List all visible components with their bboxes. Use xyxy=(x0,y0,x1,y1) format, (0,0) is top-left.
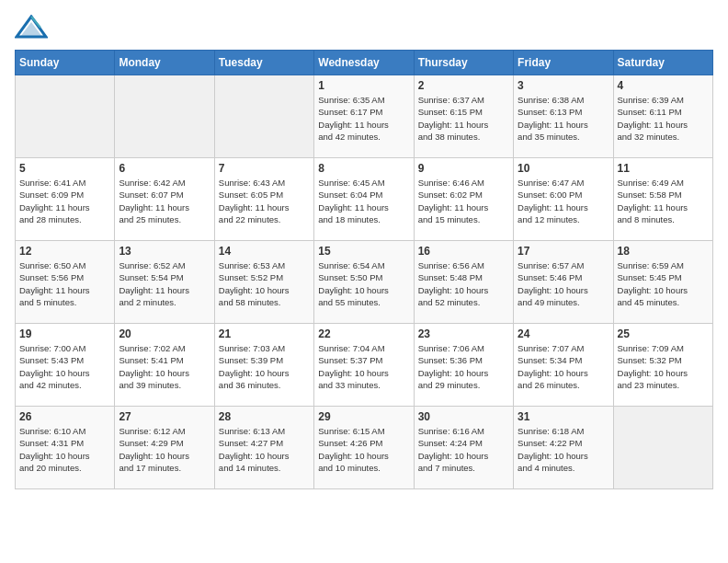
day-info: Sunrise: 7:03 AM Sunset: 5:39 PM Dayligh… xyxy=(219,342,310,391)
calendar-cell: 13Sunrise: 6:52 AM Sunset: 5:54 PM Dayli… xyxy=(115,241,214,324)
day-info: Sunrise: 7:02 AM Sunset: 5:41 PM Dayligh… xyxy=(119,342,210,391)
calendar-week-row: 1Sunrise: 6:35 AM Sunset: 6:17 PM Daylig… xyxy=(16,75,713,158)
day-info: Sunrise: 6:18 AM Sunset: 4:22 PM Dayligh… xyxy=(518,425,609,474)
day-info: Sunrise: 6:52 AM Sunset: 5:54 PM Dayligh… xyxy=(119,259,210,308)
weekday-header: Thursday xyxy=(414,51,513,75)
calendar-cell: 25Sunrise: 7:09 AM Sunset: 5:32 PM Dayli… xyxy=(613,324,712,407)
calendar-cell: 23Sunrise: 7:06 AM Sunset: 5:36 PM Dayli… xyxy=(414,324,513,407)
calendar-cell xyxy=(613,407,712,489)
day-number: 8 xyxy=(318,162,409,175)
day-info: Sunrise: 7:00 AM Sunset: 5:43 PM Dayligh… xyxy=(19,342,110,391)
day-info: Sunrise: 6:13 AM Sunset: 4:27 PM Dayligh… xyxy=(219,425,310,474)
day-number: 9 xyxy=(418,162,509,175)
logo xyxy=(15,15,51,40)
calendar-cell: 3Sunrise: 6:38 AM Sunset: 6:13 PM Daylig… xyxy=(514,75,613,158)
calendar-cell: 10Sunrise: 6:47 AM Sunset: 6:00 PM Dayli… xyxy=(514,158,613,241)
calendar-cell: 5Sunrise: 6:41 AM Sunset: 6:09 PM Daylig… xyxy=(16,158,115,241)
calendar-cell: 8Sunrise: 6:45 AM Sunset: 6:04 PM Daylig… xyxy=(314,158,414,241)
weekday-header: Wednesday xyxy=(314,51,414,75)
day-number: 18 xyxy=(618,245,709,258)
calendar-table: SundayMondayTuesdayWednesdayThursdayFrid… xyxy=(15,50,713,489)
day-number: 21 xyxy=(219,327,310,340)
day-number: 5 xyxy=(19,162,110,175)
day-number: 19 xyxy=(19,327,110,340)
weekday-header: Friday xyxy=(514,51,613,75)
day-number: 20 xyxy=(119,327,210,340)
calendar-cell: 12Sunrise: 6:50 AM Sunset: 5:56 PM Dayli… xyxy=(16,241,115,324)
calendar-cell: 1Sunrise: 6:35 AM Sunset: 6:17 PM Daylig… xyxy=(314,75,414,158)
day-info: Sunrise: 6:50 AM Sunset: 5:56 PM Dayligh… xyxy=(19,259,110,308)
calendar-cell: 24Sunrise: 7:07 AM Sunset: 5:34 PM Dayli… xyxy=(514,324,613,407)
day-number: 12 xyxy=(19,245,110,258)
calendar-cell xyxy=(16,75,115,158)
calendar-cell: 21Sunrise: 7:03 AM Sunset: 5:39 PM Dayli… xyxy=(214,324,313,407)
day-number: 7 xyxy=(219,162,310,175)
day-number: 25 xyxy=(618,327,709,340)
day-number: 15 xyxy=(318,245,409,258)
day-number: 13 xyxy=(119,245,210,258)
calendar-cell: 4Sunrise: 6:39 AM Sunset: 6:11 PM Daylig… xyxy=(613,75,712,158)
calendar-cell: 29Sunrise: 6:15 AM Sunset: 4:26 PM Dayli… xyxy=(314,407,414,489)
weekday-header: Saturday xyxy=(613,51,712,75)
day-number: 27 xyxy=(119,410,210,423)
calendar-cell: 14Sunrise: 6:53 AM Sunset: 5:52 PM Dayli… xyxy=(214,241,313,324)
calendar-cell: 6Sunrise: 6:42 AM Sunset: 6:07 PM Daylig… xyxy=(115,158,214,241)
logo-icon xyxy=(15,15,48,40)
day-number: 23 xyxy=(418,327,509,340)
day-number: 17 xyxy=(518,245,609,258)
day-info: Sunrise: 6:46 AM Sunset: 6:02 PM Dayligh… xyxy=(418,177,509,225)
day-number: 22 xyxy=(318,327,409,340)
day-number: 11 xyxy=(618,162,709,175)
day-info: Sunrise: 6:37 AM Sunset: 6:15 PM Dayligh… xyxy=(418,94,509,143)
calendar-cell xyxy=(115,75,214,158)
weekday-header: Sunday xyxy=(16,51,115,75)
calendar-cell: 18Sunrise: 6:59 AM Sunset: 5:45 PM Dayli… xyxy=(613,241,712,324)
calendar-cell: 31Sunrise: 6:18 AM Sunset: 4:22 PM Dayli… xyxy=(514,407,613,489)
day-info: Sunrise: 6:57 AM Sunset: 5:46 PM Dayligh… xyxy=(518,259,609,308)
calendar-cell: 15Sunrise: 6:54 AM Sunset: 5:50 PM Dayli… xyxy=(314,241,414,324)
day-info: Sunrise: 6:16 AM Sunset: 4:24 PM Dayligh… xyxy=(418,425,509,474)
day-info: Sunrise: 6:56 AM Sunset: 5:48 PM Dayligh… xyxy=(418,259,509,308)
day-info: Sunrise: 7:04 AM Sunset: 5:37 PM Dayligh… xyxy=(318,342,409,391)
day-number: 16 xyxy=(418,245,509,258)
calendar-cell: 9Sunrise: 6:46 AM Sunset: 6:02 PM Daylig… xyxy=(414,158,513,241)
day-number: 6 xyxy=(119,162,210,175)
day-info: Sunrise: 6:15 AM Sunset: 4:26 PM Dayligh… xyxy=(318,425,409,474)
day-number: 30 xyxy=(418,410,509,423)
calendar-week-row: 26Sunrise: 6:10 AM Sunset: 4:31 PM Dayli… xyxy=(16,407,713,489)
calendar-cell: 20Sunrise: 7:02 AM Sunset: 5:41 PM Dayli… xyxy=(115,324,214,407)
day-number: 4 xyxy=(618,79,709,92)
day-info: Sunrise: 6:42 AM Sunset: 6:07 PM Dayligh… xyxy=(119,177,210,225)
calendar-week-row: 12Sunrise: 6:50 AM Sunset: 5:56 PM Dayli… xyxy=(16,241,713,324)
day-info: Sunrise: 6:59 AM Sunset: 5:45 PM Dayligh… xyxy=(618,259,709,308)
day-info: Sunrise: 6:38 AM Sunset: 6:13 PM Dayligh… xyxy=(518,94,609,143)
calendar-cell: 22Sunrise: 7:04 AM Sunset: 5:37 PM Dayli… xyxy=(314,324,414,407)
calendar-cell: 26Sunrise: 6:10 AM Sunset: 4:31 PM Dayli… xyxy=(16,407,115,489)
calendar-cell: 11Sunrise: 6:49 AM Sunset: 5:58 PM Dayli… xyxy=(613,158,712,241)
calendar-header: SundayMondayTuesdayWednesdayThursdayFrid… xyxy=(16,51,713,75)
day-info: Sunrise: 6:41 AM Sunset: 6:09 PM Dayligh… xyxy=(19,177,110,225)
day-info: Sunrise: 6:53 AM Sunset: 5:52 PM Dayligh… xyxy=(219,259,310,308)
calendar-week-row: 5Sunrise: 6:41 AM Sunset: 6:09 PM Daylig… xyxy=(16,158,713,241)
day-info: Sunrise: 7:09 AM Sunset: 5:32 PM Dayligh… xyxy=(618,342,709,391)
calendar-cell: 30Sunrise: 6:16 AM Sunset: 4:24 PM Dayli… xyxy=(414,407,513,489)
calendar-week-row: 19Sunrise: 7:00 AM Sunset: 5:43 PM Dayli… xyxy=(16,324,713,407)
weekday-header: Monday xyxy=(115,51,214,75)
day-info: Sunrise: 6:35 AM Sunset: 6:17 PM Dayligh… xyxy=(318,94,409,143)
day-info: Sunrise: 6:49 AM Sunset: 5:58 PM Dayligh… xyxy=(618,177,709,225)
day-info: Sunrise: 6:10 AM Sunset: 4:31 PM Dayligh… xyxy=(19,425,110,474)
calendar-cell: 28Sunrise: 6:13 AM Sunset: 4:27 PM Dayli… xyxy=(214,407,313,489)
day-number: 14 xyxy=(219,245,310,258)
weekday-header: Tuesday xyxy=(214,51,313,75)
day-info: Sunrise: 6:47 AM Sunset: 6:00 PM Dayligh… xyxy=(518,177,609,225)
day-info: Sunrise: 6:54 AM Sunset: 5:50 PM Dayligh… xyxy=(318,259,409,308)
day-info: Sunrise: 6:12 AM Sunset: 4:29 PM Dayligh… xyxy=(119,425,210,474)
day-number: 31 xyxy=(518,410,609,423)
day-info: Sunrise: 6:39 AM Sunset: 6:11 PM Dayligh… xyxy=(618,94,709,143)
day-info: Sunrise: 6:45 AM Sunset: 6:04 PM Dayligh… xyxy=(318,177,409,225)
day-number: 24 xyxy=(518,327,609,340)
day-number: 2 xyxy=(418,79,509,92)
calendar-cell: 16Sunrise: 6:56 AM Sunset: 5:48 PM Dayli… xyxy=(414,241,513,324)
calendar-cell: 2Sunrise: 6:37 AM Sunset: 6:15 PM Daylig… xyxy=(414,75,513,158)
calendar-cell: 7Sunrise: 6:43 AM Sunset: 6:05 PM Daylig… xyxy=(214,158,313,241)
